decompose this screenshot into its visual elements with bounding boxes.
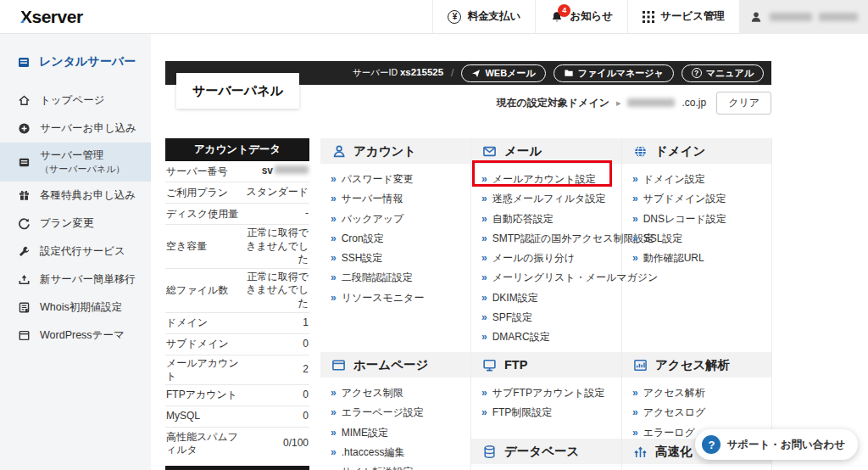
service-management-button[interactable]: サービス管理	[627, 0, 739, 34]
mail-icon	[481, 144, 497, 159]
chevron-icon: »	[481, 271, 487, 283]
server-id: サーバーID xs215525	[353, 67, 443, 79]
home-icon	[17, 94, 31, 107]
link-sub-ftp-account[interactable]: »サブFTPアカウント設定	[481, 383, 621, 403]
data-row-mysql: MySQL 0	[165, 406, 309, 428]
chevron-icon: »	[481, 173, 487, 185]
clear-button[interactable]: クリア	[716, 92, 771, 115]
chevron-icon: »	[331, 213, 337, 225]
server-icon	[17, 156, 31, 169]
question-icon: ?	[702, 435, 721, 454]
link-auto-reply[interactable]: »自動応答設定	[481, 210, 621, 229]
link-mime[interactable]: »MIME設定	[331, 423, 470, 443]
notification-badge: 4	[558, 4, 570, 17]
gift-icon	[17, 189, 31, 202]
section-database: データベース	[471, 439, 621, 464]
link-access-restriction[interactable]: »アクセス制限	[331, 383, 470, 403]
link-smtp-restriction[interactable]: »SMTP認証の国外アクセス制限設定	[481, 229, 621, 249]
chevron-icon: »	[481, 311, 487, 323]
support-contact-button[interactable]: ? サポート・お問い合わせ	[695, 429, 858, 460]
link-cron[interactable]: »Cron設定	[331, 229, 470, 249]
chevron-icon: »	[481, 331, 487, 343]
chevron-icon: »	[331, 173, 337, 185]
link-subdomain-settings[interactable]: »サブドメイン設定	[632, 189, 772, 209]
chevron-icon: »	[632, 387, 638, 399]
link-spf[interactable]: »SPF設定	[481, 308, 621, 327]
folder-icon	[564, 68, 574, 78]
sidebar-item-server-migration[interactable]: 新サーバー簡単移行	[0, 266, 151, 294]
page-title: サーバーパネル	[176, 73, 299, 109]
notifications-label: お知らせ	[570, 9, 613, 24]
redacted-server-number	[275, 165, 309, 174]
service-management-label: サービス管理	[660, 9, 725, 24]
link-mail-account-settings[interactable]: »メールアカウント設定	[481, 170, 621, 189]
link-domain-settings[interactable]: »ドメイン設定	[632, 170, 772, 189]
sidebar-item-setup-service[interactable]: 設定代行サービス	[0, 238, 151, 266]
link-htaccess[interactable]: ».htaccess編集	[331, 443, 470, 462]
data-row-server-number: サーバー番号 sv	[165, 161, 309, 182]
link-ssl-settings[interactable]: »SSL設定	[632, 229, 772, 249]
section-title: FTP	[504, 358, 527, 372]
chevron-icon: »	[632, 252, 638, 264]
sidebar-item-top-page[interactable]: トップページ	[0, 87, 151, 115]
user-account[interactable]	[739, 0, 868, 34]
chart-icon	[632, 358, 648, 372]
chevron-icon: »	[331, 466, 337, 470]
header-nav: ¥ 料金支払い 4 お知らせ サービス管理	[432, 0, 868, 34]
link-dkim[interactable]: »DKIM設定	[481, 288, 621, 308]
chevron-icon: »	[632, 427, 638, 439]
link-password-change[interactable]: »パスワード変更	[331, 170, 470, 189]
link-access-analytics[interactable]: »アクセス解析	[632, 383, 772, 403]
grid-icon	[643, 11, 654, 23]
link-spam-filter[interactable]: »迷惑メールフィルタ設定	[481, 189, 621, 209]
sidebar-item-benefits[interactable]: 各種特典お申し込み	[0, 182, 151, 210]
sidebar-item-server-management[interactable]: サーバー管理（サーバーパネル）	[0, 143, 151, 182]
link-ftp-restriction[interactable]: »FTP制限設定	[481, 403, 621, 422]
link-mailing-list[interactable]: »メーリングリスト・メールマガジン	[481, 268, 621, 288]
user-icon	[331, 144, 346, 159]
sidebar-item-whois[interactable]: Whois初期値設定	[0, 294, 151, 322]
document-icon	[17, 301, 31, 314]
window-icon	[331, 358, 346, 372]
section-ftp: FTP »サブFTPアカウント設定 »FTP制限設定	[471, 352, 621, 423]
support-label: サポート・お問い合わせ	[726, 438, 845, 452]
link-mail-sorting[interactable]: »メールの振り分け	[481, 249, 621, 268]
notifications-button[interactable]: 4 お知らせ	[535, 0, 627, 34]
sidebar-item-plan-change[interactable]: プラン変更	[0, 210, 151, 238]
link-ssh[interactable]: »SSH設定	[331, 249, 470, 268]
link-backup[interactable]: »バックアップ	[331, 210, 470, 229]
chevron-icon: »	[481, 387, 487, 399]
chevron-icon: »	[632, 193, 638, 204]
section-domain: ドメイン »ドメイン設定 »サブドメイン設定 »DNSレコード設定 »SSL設定…	[622, 138, 772, 268]
link-dmarc[interactable]: »DMARC設定	[481, 327, 621, 347]
webmail-button[interactable]: WEBメール	[461, 64, 545, 82]
sidebar-item-server-apply[interactable]: サーバーお申し込み	[0, 115, 151, 143]
section-mail: メール »メールアカウント設定 »迷惑メールフィルタ設定 »自動応答設定 »SM…	[471, 138, 621, 348]
caret-right-icon: ▸	[616, 98, 621, 109]
link-dns-records[interactable]: »DNSレコード設定	[632, 210, 772, 229]
link-site-transfer[interactable]: »サイト転送設定	[331, 462, 470, 470]
chevron-icon: »	[331, 427, 337, 439]
bell-icon: 4	[550, 10, 564, 24]
chevron-icon: »	[331, 193, 337, 204]
link-two-factor[interactable]: »二段階認証設定	[331, 268, 470, 288]
yen-circle-icon: ¥	[448, 10, 461, 24]
link-server-info[interactable]: »サーバー情報	[331, 189, 470, 209]
account-data-panel: アカウントデータ サーバー番号 sv ご利用プラン スタンダード ディスク使用量…	[165, 138, 309, 470]
xserver-logo[interactable]: Xserver	[20, 7, 83, 27]
section-homepage: ホームページ »アクセス制限 »エラーページ設定 »MIME設定 ».htacc…	[320, 352, 470, 470]
link-resource-monitor[interactable]: »リソースモニター	[331, 288, 470, 308]
file-manager-button[interactable]: ファイルマネージャ	[554, 64, 674, 82]
data-row-mail-accounts: メールアカウント 2	[165, 355, 309, 385]
data-row-disk-usage: ディスク使用量 -	[165, 204, 309, 225]
sidebar-item-wordpress-theme[interactable]: WordPressテーマ	[0, 322, 151, 350]
section-title: ドメイン	[655, 143, 705, 159]
manual-button[interactable]: ? マニュアル	[682, 64, 764, 82]
plus-circle-icon	[17, 122, 31, 135]
link-error-page[interactable]: »エラーページ設定	[331, 403, 470, 422]
account-data-header: アカウントデータ	[165, 138, 309, 161]
chevron-icon: »	[481, 193, 487, 204]
link-operation-check-url[interactable]: »動作確認URL	[632, 249, 772, 268]
payment-button[interactable]: ¥ 料金支払い	[432, 0, 535, 34]
link-access-log[interactable]: »アクセスログ	[632, 403, 772, 422]
